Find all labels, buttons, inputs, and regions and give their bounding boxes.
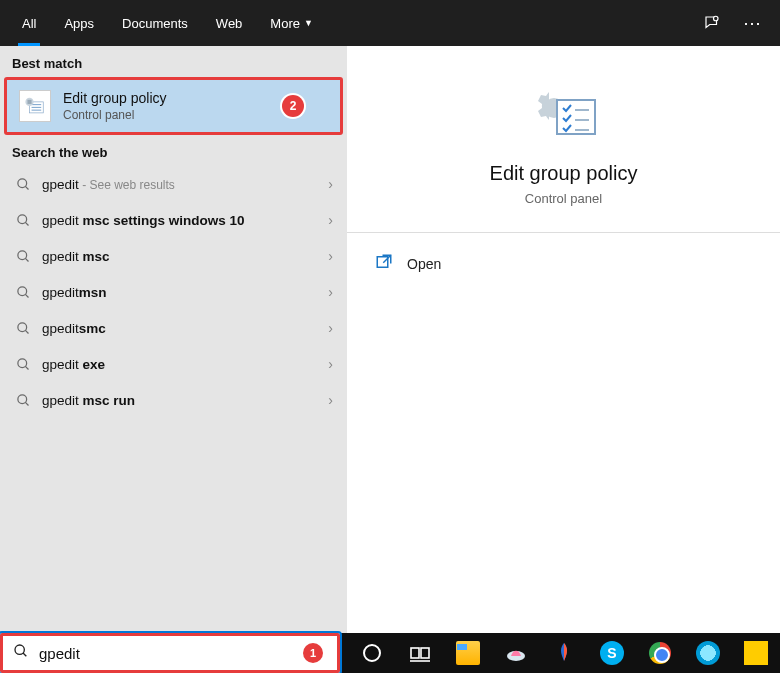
svg-rect-13 <box>377 257 388 268</box>
chevron-right-icon: › <box>328 320 333 336</box>
web-result-row[interactable]: gpedit - See web results› <box>0 166 347 202</box>
svg-point-15 <box>364 645 380 661</box>
search-web-heading: Search the web <box>0 135 347 166</box>
tab-all-label: All <box>22 16 36 31</box>
tab-apps[interactable]: Apps <box>50 0 108 46</box>
svg-point-5 <box>17 214 26 223</box>
web-result-row[interactable]: gpeditsmc› <box>0 310 347 346</box>
chevron-right-icon: › <box>328 392 333 408</box>
search-icon <box>14 393 32 408</box>
svg-point-4 <box>17 178 26 187</box>
chevron-right-icon: › <box>328 212 333 228</box>
annotation-badge-2: 2 <box>282 95 304 117</box>
app-icon-1[interactable] <box>492 633 540 673</box>
search-icon <box>14 249 32 264</box>
preview-large-icon <box>347 86 780 148</box>
web-result-row[interactable]: gpedit msc settings windows 10› <box>0 202 347 238</box>
skype-icon[interactable]: S <box>588 633 636 673</box>
open-label: Open <box>407 256 441 272</box>
svg-rect-16 <box>411 648 419 658</box>
feedback-icon[interactable] <box>692 3 732 43</box>
chevron-right-icon: › <box>328 356 333 372</box>
app-icon-3[interactable] <box>684 633 732 673</box>
web-result-text: gpedit msc run <box>42 393 328 408</box>
web-result-row[interactable]: gpedit exe› <box>0 346 347 382</box>
web-result-text: gpeditsmc <box>42 321 328 336</box>
web-result-text: gpedit msc settings windows 10 <box>42 213 328 228</box>
search-icon <box>14 357 32 372</box>
results-pane: Best match Edit group policy Control pan… <box>0 46 347 633</box>
best-match-title: Edit group policy <box>63 90 167 106</box>
tab-more-label: More <box>270 16 300 31</box>
web-result-row[interactable]: gpedit msc› <box>0 238 347 274</box>
svg-rect-17 <box>421 648 429 658</box>
app-icon-4[interactable] <box>732 633 780 673</box>
search-input[interactable] <box>39 645 327 662</box>
tab-documents[interactable]: Documents <box>108 0 202 46</box>
search-icon <box>14 321 32 336</box>
chevron-down-icon: ▼ <box>304 18 313 28</box>
tab-documents-label: Documents <box>122 16 188 31</box>
task-view-icon[interactable] <box>396 633 444 673</box>
annotation-badge-1: 1 <box>303 643 323 663</box>
taskbar-tray: S <box>340 633 780 673</box>
best-match-heading: Best match <box>0 46 347 77</box>
web-result-row[interactable]: gpeditmsn› <box>0 274 347 310</box>
cortana-icon[interactable] <box>348 633 396 673</box>
web-result-text: gpeditmsn <box>42 285 328 300</box>
more-options-icon[interactable]: ⋯ <box>732 3 772 43</box>
svg-point-14 <box>15 645 24 654</box>
preview-pane: Edit group policy Control panel Open <box>347 46 780 633</box>
chevron-right-icon: › <box>328 284 333 300</box>
taskbar: 1 S <box>0 633 780 673</box>
search-icon <box>14 177 32 192</box>
svg-point-0 <box>714 16 719 21</box>
best-match-item[interactable]: Edit group policy Control panel 2 <box>4 77 343 135</box>
app-icon-2[interactable] <box>540 633 588 673</box>
search-icon <box>14 285 32 300</box>
svg-point-6 <box>17 250 26 259</box>
preview-title: Edit group policy <box>347 162 780 185</box>
svg-point-7 <box>17 286 26 295</box>
chrome-icon[interactable] <box>636 633 684 673</box>
search-icon <box>13 643 29 663</box>
svg-rect-3 <box>27 100 31 104</box>
svg-point-9 <box>17 358 26 367</box>
web-result-text: gpedit - See web results <box>42 177 328 192</box>
search-box[interactable]: 1 <box>0 633 340 673</box>
svg-point-10 <box>17 394 26 403</box>
tab-more[interactable]: More▼ <box>256 0 327 46</box>
best-match-subtitle: Control panel <box>63 108 167 122</box>
chevron-right-icon: › <box>328 248 333 264</box>
chevron-right-icon: › <box>328 176 333 192</box>
svg-point-8 <box>17 322 26 331</box>
tab-web-label: Web <box>216 16 243 31</box>
control-panel-icon <box>19 90 51 122</box>
web-result-row[interactable]: gpedit msc run› <box>0 382 347 418</box>
top-tabbar: All Apps Documents Web More▼ ⋯ <box>0 0 780 46</box>
web-result-text: gpedit exe <box>42 357 328 372</box>
tab-apps-label: Apps <box>64 16 94 31</box>
preview-subtitle: Control panel <box>347 191 780 206</box>
open-action[interactable]: Open <box>371 247 756 280</box>
search-icon <box>14 213 32 228</box>
file-explorer-icon[interactable] <box>444 633 492 673</box>
web-result-text: gpedit msc <box>42 249 328 264</box>
tab-web[interactable]: Web <box>202 0 257 46</box>
tab-all[interactable]: All <box>8 0 50 46</box>
open-icon <box>375 253 393 274</box>
